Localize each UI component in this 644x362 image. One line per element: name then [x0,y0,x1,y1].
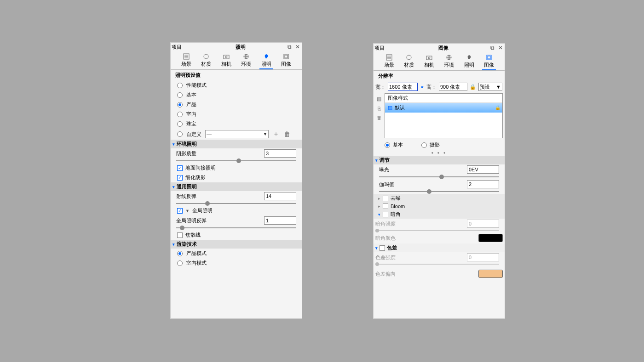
checkbox-icon [177,232,183,238]
mode-basic[interactable]: 基本 [385,141,403,148]
title-left: 项目 [374,45,397,51]
panel-titlebar: 项目 照明 ⧉ ✕ [171,43,302,51]
style-copy-icon[interactable]: ⎘ [378,106,381,111]
tab-image[interactable]: 图像 [482,53,496,70]
globe-icon [242,53,250,60]
tab-environment[interactable]: 环境 [442,53,456,70]
slider-thumb [375,262,379,266]
tab-material[interactable]: 材质 [402,53,416,70]
panel-titlebar: 项目 图像 ⧉ ✕ [374,44,505,52]
chrom-ab-bias-swatch[interactable] [478,270,503,278]
bulb-icon [466,54,473,61]
panel-content: 分辨率 宽： 1600 像素 ⚭ 高： 900 像素 🔒 预设▼ ▨ ⎘ 🗑 图… [374,71,505,318]
vignette-row[interactable]: ▾暗角 [374,210,505,219]
style-list: 图像样式 ▨ 默认 🔒 [385,93,503,138]
global-illumination-check[interactable]: ▼全局照明 [171,206,302,215]
chevron-right-icon: ▸ [378,196,380,201]
tab-camera[interactable]: 相机 [422,53,436,70]
ground-indirect-check[interactable]: 地面间接照明 [171,163,302,173]
style-item-default[interactable]: ▨ 默认 🔒 [385,103,502,113]
checkbox-icon[interactable] [383,212,388,217]
slider-thumb[interactable] [205,201,210,206]
radio-icon [421,142,427,148]
close-icon[interactable]: ✕ [294,44,301,50]
tab-lighting[interactable]: 照明 [259,52,273,69]
vignette-strength-label: 暗角强度 [375,221,396,227]
lock-icon[interactable]: 🔒 [470,84,476,90]
exposure-input[interactable]: 0EV [467,165,499,174]
chromatic-aberration-section[interactable]: ▾色差 [374,243,505,252]
add-preset-button[interactable]: ＋ [272,130,280,138]
ray-bounce-slider[interactable] [176,203,296,204]
tab-scene[interactable]: 场景 [179,52,193,69]
preset-product[interactable]: 产品 [171,100,302,109]
preset-custom-row: 自定义 —▼ ＋ 🗑 [171,129,302,140]
tab-environment[interactable]: 环境 [239,52,253,69]
link-icon[interactable]: ⚭ [420,84,424,90]
render-product-mode[interactable]: 产品模式 [171,249,302,258]
style-delete-icon[interactable]: 🗑 [377,115,382,120]
close-icon[interactable]: ✕ [497,45,504,51]
checkbox-icon[interactable] [380,245,385,251]
shadow-quality-slider[interactable] [176,160,296,161]
ray-bounce-input[interactable]: 14 [264,192,296,200]
material-icon [405,54,413,61]
chevron-down-icon: ▾ [375,246,378,250]
tab-lighting[interactable]: 照明 [462,53,476,70]
preset-basic[interactable]: 基本 [171,90,302,100]
chrom-ab-strength-label: 色差强度 [375,254,396,261]
panel-title: 图像 [397,45,489,51]
mode-photo[interactable]: 摄影 [421,141,440,148]
preset-interior[interactable]: 室内 [171,109,302,119]
chevron-down-icon: ▼ [263,132,267,136]
gamma-input[interactable]: 2 [467,180,499,188]
resolution-preset-select[interactable]: 预设▼ [478,83,502,91]
adjust-section[interactable]: ▾调节 [374,156,505,164]
slider-thumb[interactable] [427,189,431,194]
slider-thumb[interactable] [180,226,184,230]
bulb-icon [263,53,270,60]
checkbox-icon[interactable] [383,204,388,209]
width-input[interactable]: 1600 像素 [388,83,418,91]
render-interior-mode[interactable]: 室内模式 [171,258,302,268]
tab-camera[interactable]: 相机 [219,52,233,69]
chrom-ab-strength-row: 色差强度0 [374,252,505,265]
gamma-slider[interactable] [379,191,499,192]
detach-icon[interactable]: ⧉ [489,45,495,51]
tab-material[interactable]: 材质 [199,52,213,69]
chevron-right-icon: ▸ [378,204,380,209]
height-input[interactable]: 900 像素 [439,83,467,91]
radio-icon [177,102,183,107]
exposure-slider[interactable] [379,176,499,177]
radio-icon [177,251,183,256]
checkbox-icon[interactable] [383,196,388,201]
camera-icon [426,54,433,61]
scene-icon [385,54,393,61]
shadow-quality-input[interactable]: 3 [264,149,296,158]
svg-rect-11 [285,55,288,58]
tab-image[interactable]: 图像 [279,52,293,69]
radio-icon[interactable] [177,131,183,137]
denoise-row[interactable]: ▸去噪 [374,194,505,203]
radio-icon [177,83,183,88]
caustics-check[interactable]: 焦散线 [171,230,302,240]
bloom-row[interactable]: ▸Bloom [374,203,505,210]
render-tech-section[interactable]: ▾渲染技术 [171,240,302,249]
env-lighting-section[interactable]: ▾环境照明 [171,140,302,148]
custom-preset-select[interactable]: —▼ [205,130,269,138]
preset-performance[interactable]: 性能模式 [171,80,302,90]
gi-bounce-slider[interactable] [176,227,296,228]
exposure-row: 曝光0EV [374,164,505,177]
gi-bounce-input[interactable]: 1 [264,216,296,225]
detach-icon[interactable]: ⧉ [286,44,293,50]
tab-scene[interactable]: 场景 [382,53,396,70]
refine-shadows-check[interactable]: 细化阴影 [171,173,302,182]
general-lighting-section[interactable]: ▾通用照明 [171,182,302,191]
style-new-icon[interactable]: ▨ [377,96,381,102]
delete-preset-button[interactable]: 🗑 [283,130,291,138]
slider-thumb[interactable] [439,175,444,179]
preset-jewelry[interactable]: 珠宝 [171,119,302,129]
lighting-preset-heading: 照明预设值 [171,70,302,80]
slider-thumb[interactable] [236,158,241,163]
vignette-color-swatch[interactable] [478,234,503,242]
